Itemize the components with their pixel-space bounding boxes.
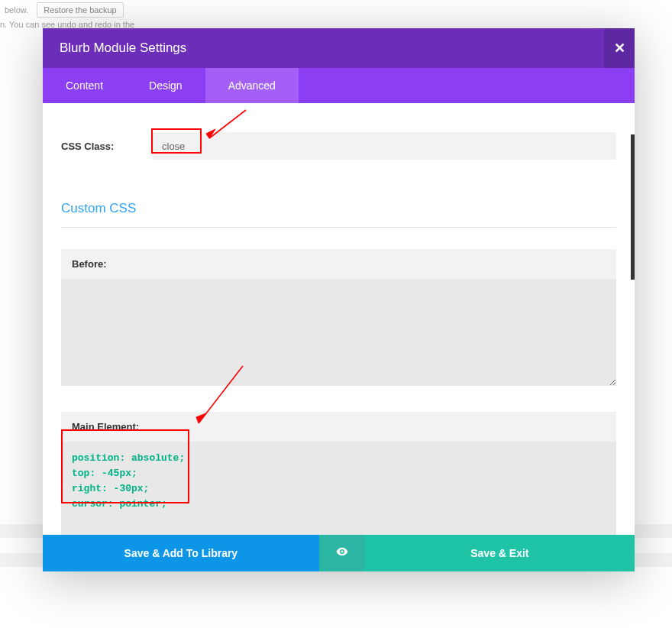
- tab-content[interactable]: Content: [43, 68, 126, 103]
- save-add-library-button[interactable]: Save & Add To Library: [43, 535, 319, 571]
- preview-button[interactable]: [319, 535, 365, 571]
- bg-below-text: below.: [5, 5, 28, 15]
- custom-css-heading: Custom CSS: [61, 201, 616, 216]
- main-element-block: Main Element:: [61, 412, 616, 535]
- close-button[interactable]: ✕: [604, 28, 635, 68]
- before-block: Before:: [61, 249, 616, 389]
- scroll-indicator[interactable]: [631, 134, 635, 280]
- divider: [61, 227, 616, 228]
- before-label: Before:: [61, 249, 616, 279]
- tab-design[interactable]: Design: [126, 68, 205, 103]
- modal-footer: Save & Add To Library Save & Exit: [43, 535, 635, 571]
- content-area: CSS Class: Custom CSS Before: Main Eleme…: [43, 103, 635, 535]
- modal-header: Blurb Module Settings ✕: [43, 28, 635, 68]
- save-exit-button[interactable]: Save & Exit: [365, 535, 635, 571]
- main-element-textarea[interactable]: [61, 442, 616, 535]
- bg-hint-row: below. Restore the backup: [5, 2, 124, 18]
- close-icon: ✕: [614, 40, 625, 57]
- tabs-bar: Content Design Advanced: [43, 68, 635, 103]
- main-element-label: Main Element:: [61, 412, 616, 442]
- css-class-row: CSS Class:: [61, 132, 616, 160]
- modal-title: Blurb Module Settings: [60, 40, 186, 56]
- eye-icon: [335, 545, 349, 562]
- bg-restore-button[interactable]: Restore the backup: [37, 2, 123, 18]
- settings-modal: Blurb Module Settings ✕ Content Design A…: [43, 28, 635, 571]
- before-textarea[interactable]: [61, 279, 616, 386]
- css-class-input[interactable]: [153, 132, 616, 160]
- css-class-label: CSS Class:: [61, 141, 153, 152]
- tab-advanced[interactable]: Advanced: [205, 68, 299, 103]
